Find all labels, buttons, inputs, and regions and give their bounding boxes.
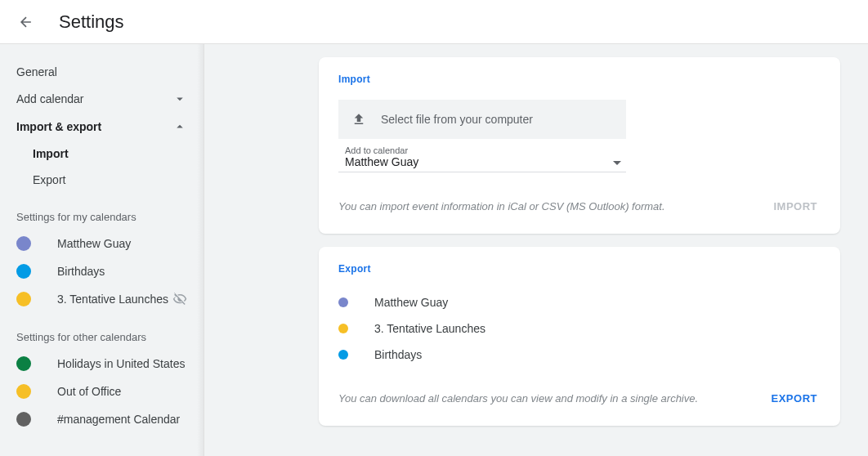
chevron-down-icon [172,92,187,106]
add-to-calendar-select[interactable]: Add to calendar Matthew Guay [338,142,626,172]
nav-label: Import & export [16,120,101,133]
nav-label: Add calendar [16,92,84,105]
calendar-color-dot [16,292,31,306]
other-calendar-row[interactable]: Holidays in United States [0,350,204,378]
import-button[interactable]: IMPORT [770,195,821,217]
nav-import[interactable]: Import [0,141,204,167]
nav-add-calendar[interactable]: Add calendar [0,85,204,113]
calendar-label: 3. Tentative Launches [374,322,485,335]
calendar-color-dot [338,324,348,333]
calendar-color-dot [16,412,31,427]
select-value: Matthew Guay [345,155,620,168]
calendar-color-dot [16,356,31,371]
calendar-label: Holidays in United States [57,357,185,370]
select-label: Add to calendar [345,145,620,155]
calendar-color-dot [16,384,31,399]
nav-label: Export [33,173,65,186]
export-calendar-row: Birthdays [338,342,821,368]
other-calendars-heading: Settings for other calendars [0,313,204,350]
calendar-color-dot [16,236,31,251]
calendar-color-dot [16,264,31,279]
select-file-button[interactable]: Select file from your computer [338,100,626,139]
calendar-color-dot [338,350,348,360]
nav-export[interactable]: Export [0,167,204,193]
my-calendar-row[interactable]: Matthew Guay [0,230,204,257]
chevron-up-icon [172,119,187,134]
nav-label: Import [33,147,69,160]
back-button[interactable] [10,6,43,38]
export-card: Export Matthew Guay 3. Tentative Launche… [319,247,840,426]
nav-import-export[interactable]: Import & export [0,113,204,141]
other-calendar-row[interactable]: #management Calendar [0,405,204,433]
other-calendar-row[interactable]: Out of Office [0,378,204,405]
page-title: Settings [59,11,124,33]
export-calendar-row: 3. Tentative Launches [338,315,821,342]
export-button[interactable]: EXPORT [768,387,821,409]
calendar-color-dot [338,297,348,307]
main-content: Import Select file from your computer Ad… [204,44,868,456]
card-title: Import [338,74,821,85]
export-calendar-row: Matthew Guay [338,289,821,315]
calendar-label: Matthew Guay [57,237,131,250]
sidebar: General Add calendar Import & export Imp… [0,44,204,456]
calendar-label: Out of Office [57,385,121,398]
dropdown-arrow-icon [613,154,621,168]
calendar-label: Birthdays [57,265,105,278]
my-calendar-row[interactable]: Birthdays [0,257,204,285]
card-title: Export [338,263,821,275]
upload-icon [351,112,366,127]
calendar-label: Matthew Guay [374,296,448,309]
my-calendar-row[interactable]: 3. Tentative Launches [0,285,204,313]
export-hint: You can download all calendars you can v… [338,392,698,405]
header-bar: Settings [0,0,868,44]
visibility-off-icon[interactable] [172,292,187,306]
calendar-label: #management Calendar [57,413,180,426]
nav-general[interactable]: General [0,59,204,85]
import-card: Import Select file from your computer Ad… [319,57,840,234]
import-hint: You can import event information in iCal… [338,200,665,212]
nav-label: General [16,65,57,78]
file-button-label: Select file from your computer [381,113,533,126]
calendar-label: Birthdays [374,348,422,361]
arrow-left-icon [18,14,34,30]
my-calendars-heading: Settings for my calendars [0,193,204,230]
calendar-label: 3. Tentative Launches [57,293,168,306]
